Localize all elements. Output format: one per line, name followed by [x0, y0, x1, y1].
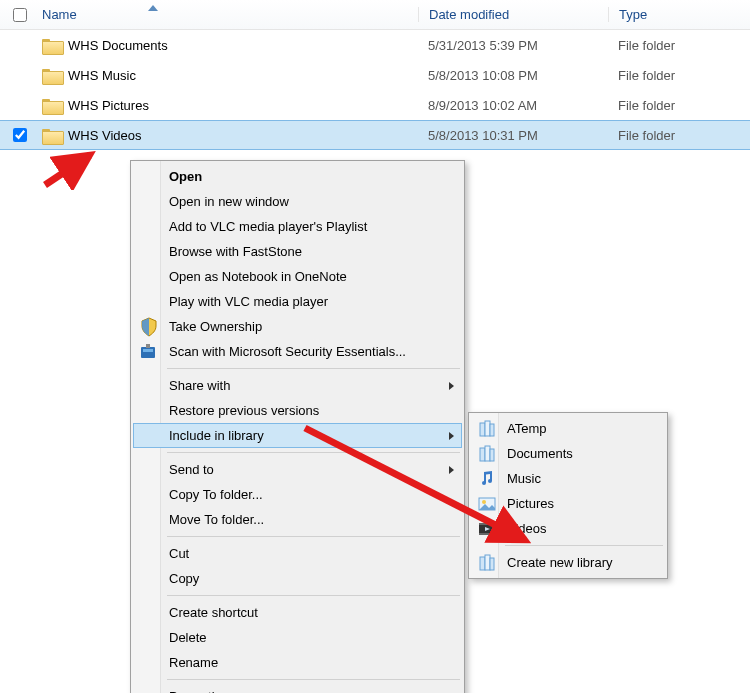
submenu-library-pictures[interactable]: Pictures — [471, 491, 665, 516]
music-library-icon — [477, 469, 497, 489]
menu-label: Rename — [169, 655, 218, 670]
new-library-icon — [477, 553, 497, 573]
menu-copy[interactable]: Copy — [133, 566, 462, 591]
column-header: Name Date modified Type — [0, 0, 750, 30]
menu-open-onenote[interactable]: Open as Notebook in OneNote — [133, 264, 462, 289]
menu-browse-faststone[interactable]: Browse with FastStone — [133, 239, 462, 264]
column-date-label: Date modified — [429, 7, 509, 22]
svg-rect-1 — [143, 349, 153, 352]
submenu-library-atemp[interactable]: ATemp — [471, 416, 665, 441]
videos-library-icon — [477, 519, 497, 539]
menu-label: Videos — [507, 521, 547, 536]
menu-create-shortcut[interactable]: Create shortcut — [133, 600, 462, 625]
folder-icon — [42, 97, 62, 113]
table-row[interactable]: WHS Documents 5/31/2013 5:39 PM File fol… — [0, 30, 750, 60]
file-name: WHS Videos — [68, 128, 141, 143]
menu-properties[interactable]: Properties — [133, 684, 462, 693]
submenu-library-videos[interactable]: Videos — [471, 516, 665, 541]
menu-separator — [167, 536, 460, 537]
file-date: 5/8/2013 10:31 PM — [428, 128, 538, 143]
menu-separator — [167, 452, 460, 453]
include-in-library-submenu: ATemp Documents Music Pictures Videos Cr… — [468, 412, 668, 579]
file-date: 5/31/2013 5:39 PM — [428, 38, 538, 53]
menu-open-new-window[interactable]: Open in new window — [133, 189, 462, 214]
menu-label: Send to — [169, 462, 214, 477]
submenu-create-new-library[interactable]: Create new library — [471, 550, 665, 575]
svg-rect-7 — [485, 446, 490, 461]
menu-share-with[interactable]: Share with — [133, 373, 462, 398]
menu-label: Delete — [169, 630, 207, 645]
table-row[interactable]: WHS Pictures 8/9/2013 10:02 AM File fold… — [0, 90, 750, 120]
menu-move-to-folder[interactable]: Move To folder... — [133, 507, 462, 532]
menu-take-ownership[interactable]: Take Ownership — [133, 314, 462, 339]
file-date: 5/8/2013 10:08 PM — [428, 68, 538, 83]
documents-library-icon — [477, 444, 497, 464]
menu-include-in-library[interactable]: Include in library — [133, 423, 462, 448]
menu-rename[interactable]: Rename — [133, 650, 462, 675]
file-type: File folder — [618, 128, 675, 143]
menu-label: Share with — [169, 378, 230, 393]
sort-ascending-icon — [148, 5, 158, 11]
svg-rect-16 — [490, 558, 494, 570]
menu-cut[interactable]: Cut — [133, 541, 462, 566]
svg-rect-0 — [141, 347, 155, 358]
menu-label: Cut — [169, 546, 189, 561]
menu-copy-to-folder[interactable]: Copy To folder... — [133, 482, 462, 507]
menu-restore-previous-versions[interactable]: Restore previous versions — [133, 398, 462, 423]
column-name-label: Name — [42, 7, 77, 22]
menu-label: Documents — [507, 446, 573, 461]
menu-separator — [167, 679, 460, 680]
chevron-right-icon — [449, 466, 454, 474]
chevron-right-icon — [449, 432, 454, 440]
folder-icon — [42, 127, 62, 143]
row-checkbox[interactable] — [13, 128, 27, 142]
svg-rect-4 — [485, 421, 490, 436]
column-date-modified[interactable]: Date modified — [418, 7, 608, 22]
menu-label: Music — [507, 471, 541, 486]
menu-label: Open — [169, 169, 202, 184]
menu-scan-mse[interactable]: Scan with Microsoft Security Essentials.… — [133, 339, 462, 364]
svg-point-10 — [482, 500, 486, 504]
svg-rect-2 — [146, 344, 150, 348]
file-type: File folder — [618, 38, 675, 53]
column-type[interactable]: Type — [608, 7, 750, 22]
menu-label: Browse with FastStone — [169, 244, 302, 259]
security-icon — [139, 342, 159, 362]
menu-delete[interactable]: Delete — [133, 625, 462, 650]
annotation-arrow-icon — [40, 150, 100, 190]
menu-label: Take Ownership — [169, 319, 262, 334]
select-all-column[interactable] — [0, 5, 38, 25]
svg-rect-8 — [490, 449, 494, 461]
menu-send-to[interactable]: Send to — [133, 457, 462, 482]
file-list: WHS Documents 5/31/2013 5:39 PM File fol… — [0, 30, 750, 150]
menu-open[interactable]: Open — [133, 164, 462, 189]
menu-label: ATemp — [507, 421, 547, 436]
menu-separator — [167, 595, 460, 596]
submenu-library-music[interactable]: Music — [471, 466, 665, 491]
menu-label: Create new library — [507, 555, 613, 570]
svg-rect-13 — [479, 533, 495, 535]
column-name[interactable]: Name — [38, 7, 418, 22]
svg-rect-14 — [480, 557, 485, 570]
svg-rect-3 — [480, 423, 485, 436]
menu-play-vlc[interactable]: Play with VLC media player — [133, 289, 462, 314]
context-menu: Open Open in new window Add to VLC media… — [130, 160, 465, 693]
library-icon — [477, 419, 497, 439]
select-all-checkbox[interactable] — [13, 8, 27, 22]
file-date: 8/9/2013 10:02 AM — [428, 98, 537, 113]
pictures-library-icon — [477, 494, 497, 514]
table-row[interactable]: WHS Music 5/8/2013 10:08 PM File folder — [0, 60, 750, 90]
file-name: WHS Documents — [68, 38, 168, 53]
menu-label: Copy To folder... — [169, 487, 263, 502]
menu-separator — [505, 545, 663, 546]
table-row[interactable]: WHS Videos 5/8/2013 10:31 PM File folder — [0, 120, 750, 150]
menu-label: Scan with Microsoft Security Essentials.… — [169, 344, 406, 359]
file-type: File folder — [618, 68, 675, 83]
svg-line-17 — [45, 155, 90, 185]
shield-icon — [139, 317, 159, 337]
menu-separator — [167, 368, 460, 369]
submenu-library-documents[interactable]: Documents — [471, 441, 665, 466]
menu-label: Add to VLC media player's Playlist — [169, 219, 367, 234]
chevron-right-icon — [449, 382, 454, 390]
menu-add-vlc-playlist[interactable]: Add to VLC media player's Playlist — [133, 214, 462, 239]
